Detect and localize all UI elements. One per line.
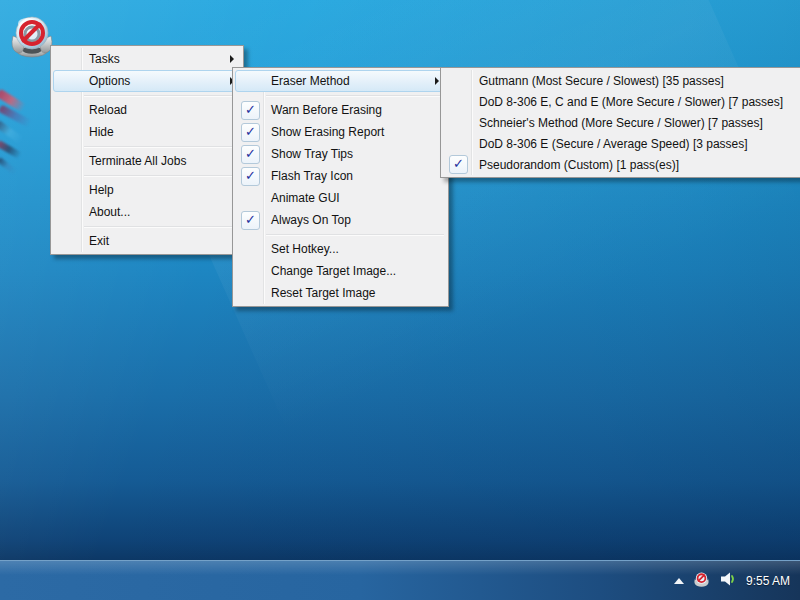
menu-separator xyxy=(266,95,444,96)
menu-item-label: Change Target Image... xyxy=(271,264,396,278)
menu-item-options[interactable]: Options xyxy=(53,70,241,92)
menu-item-animate-gui[interactable]: Animate GUI xyxy=(235,187,446,209)
menu-item-help[interactable]: Help xyxy=(53,179,241,201)
menu-item-label: Show Erasing Report xyxy=(271,125,384,139)
menu-item-label: Help xyxy=(89,183,114,197)
system-tray: 9:55 AM xyxy=(674,561,794,600)
eraser-tray-icon[interactable] xyxy=(693,570,710,591)
menu-item-warn-before-erasing[interactable]: ✓Warn Before Erasing xyxy=(235,99,446,121)
menu-item-label: Options xyxy=(89,74,130,88)
menu-item-change-target-image[interactable]: Change Target Image... xyxy=(235,260,446,282)
eraser-method-submenu: Gutmann (Most Secure / Slowest) [35 pass… xyxy=(440,67,800,178)
checkmark-icon: ✓ xyxy=(444,155,473,174)
volume-icon[interactable] xyxy=(719,570,737,592)
menu-separator xyxy=(84,175,239,176)
show-hidden-icons-button[interactable] xyxy=(674,578,684,584)
submenu-arrow-icon xyxy=(230,55,234,63)
menu-item-eraser-method[interactable]: Eraser Method xyxy=(235,70,446,92)
menu-item-label: Exit xyxy=(89,234,109,248)
checkmark-icon: ✓ xyxy=(236,145,265,164)
menu-item-label: DoD 8-306 E, C and E (More Secure / Slow… xyxy=(479,95,783,109)
menu-separator xyxy=(84,146,239,147)
desktop: TasksOptionsReloadHideTerminate All Jobs… xyxy=(0,0,800,600)
menu-item-schneier-s-method-more-secure-slower-7-passes[interactable]: Schneier's Method (More Secure / Slower)… xyxy=(443,112,800,133)
menu-item-pseudorandom-custom-1-pass-es[interactable]: ✓Pseudorandom (Custom) [1 pass(es)] xyxy=(443,154,800,175)
menu-item-label: Schneier's Method (More Secure / Slower)… xyxy=(479,116,763,130)
taskbar-clock[interactable]: 9:55 AM xyxy=(746,574,794,588)
menu-item-dod-8-306-e-c-and-e-more-secure-slower-7-passes[interactable]: DoD 8-306 E, C and E (More Secure / Slow… xyxy=(443,91,800,112)
menu-item-terminate-all-jobs[interactable]: Terminate All Jobs xyxy=(53,150,241,172)
menu-item-label: Terminate All Jobs xyxy=(89,154,186,168)
menu-item-set-hotkey[interactable]: Set Hotkey... xyxy=(235,238,446,260)
taskbar: 9:55 AM xyxy=(0,560,800,600)
menu-item-label: Gutmann (Most Secure / Slowest) [35 pass… xyxy=(479,74,724,88)
menu-item-label: DoD 8-306 E (Secure / Average Speed) [3 … xyxy=(479,137,748,151)
checkmark-icon: ✓ xyxy=(236,167,265,186)
menu-separator xyxy=(84,95,239,96)
menu-item-tasks[interactable]: Tasks xyxy=(53,48,241,70)
tray-context-menu: TasksOptionsReloadHideTerminate All Jobs… xyxy=(50,45,244,255)
menu-item-label: Pseudorandom (Custom) [1 pass(es)] xyxy=(479,158,679,172)
menu-item-exit[interactable]: Exit xyxy=(53,230,241,252)
menu-item-label: Set Hotkey... xyxy=(271,242,339,256)
checkmark-icon: ✓ xyxy=(236,101,265,120)
menu-item-label: Hide xyxy=(89,125,114,139)
submenu-arrow-icon xyxy=(435,77,439,85)
menu-item-label: Flash Tray Icon xyxy=(271,169,353,183)
menu-item-label: Show Tray Tips xyxy=(271,147,353,161)
menu-item-label: Tasks xyxy=(89,52,120,66)
eraser-logo-icon xyxy=(8,10,56,58)
menu-item-label: Eraser Method xyxy=(271,74,350,88)
menu-item-label: Reset Target Image xyxy=(271,286,376,300)
menu-item-hide[interactable]: Hide xyxy=(53,121,241,143)
menu-item-label: Always On Top xyxy=(271,213,351,227)
menu-item-about[interactable]: About... xyxy=(53,201,241,223)
menu-item-reset-target-image[interactable]: Reset Target Image xyxy=(235,282,446,304)
checkmark-icon: ✓ xyxy=(236,123,265,142)
menu-item-label: Warn Before Erasing xyxy=(271,103,382,117)
menu-item-label: Animate GUI xyxy=(271,191,340,205)
menu-item-label: About... xyxy=(89,205,130,219)
checkmark-icon: ✓ xyxy=(236,211,265,230)
menu-separator xyxy=(84,226,239,227)
menu-item-show-erasing-report[interactable]: ✓Show Erasing Report xyxy=(235,121,446,143)
options-submenu: Eraser Method✓Warn Before Erasing✓Show E… xyxy=(232,67,449,307)
menu-item-show-tray-tips[interactable]: ✓Show Tray Tips xyxy=(235,143,446,165)
menu-item-reload[interactable]: Reload xyxy=(53,99,241,121)
menu-item-flash-tray-icon[interactable]: ✓Flash Tray Icon xyxy=(235,165,446,187)
menu-separator xyxy=(266,234,444,235)
menu-item-always-on-top[interactable]: ✓Always On Top xyxy=(235,209,446,231)
eraser-app-icon[interactable] xyxy=(8,10,56,58)
menu-item-label: Reload xyxy=(89,103,127,117)
menu-item-dod-8-306-e-secure-average-speed-3-passes[interactable]: DoD 8-306 E (Secure / Average Speed) [3 … xyxy=(443,133,800,154)
menu-item-gutmann-most-secure-slowest-35-passes[interactable]: Gutmann (Most Secure / Slowest) [35 pass… xyxy=(443,70,800,91)
